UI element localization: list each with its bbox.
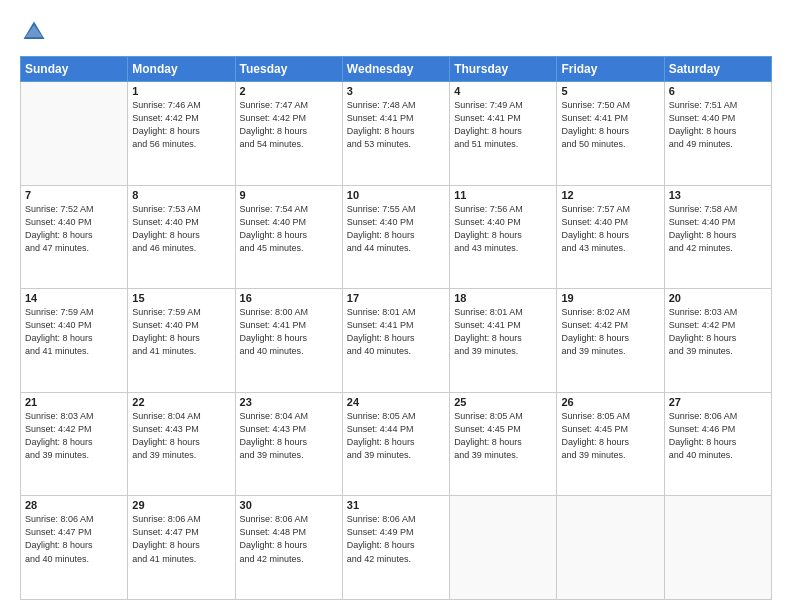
calendar-cell: 26Sunrise: 8:05 AM Sunset: 4:45 PM Dayli… <box>557 392 664 496</box>
day-info: Sunrise: 7:51 AM Sunset: 4:40 PM Dayligh… <box>669 99 767 151</box>
calendar-cell: 13Sunrise: 7:58 AM Sunset: 4:40 PM Dayli… <box>664 185 771 289</box>
calendar-week-1: 7Sunrise: 7:52 AM Sunset: 4:40 PM Daylig… <box>21 185 772 289</box>
calendar-cell: 9Sunrise: 7:54 AM Sunset: 4:40 PM Daylig… <box>235 185 342 289</box>
calendar-cell: 21Sunrise: 8:03 AM Sunset: 4:42 PM Dayli… <box>21 392 128 496</box>
day-number: 20 <box>669 292 767 304</box>
day-info: Sunrise: 8:06 AM Sunset: 4:48 PM Dayligh… <box>240 513 338 565</box>
calendar-cell: 16Sunrise: 8:00 AM Sunset: 4:41 PM Dayli… <box>235 289 342 393</box>
day-number: 14 <box>25 292 123 304</box>
calendar-cell: 30Sunrise: 8:06 AM Sunset: 4:48 PM Dayli… <box>235 496 342 600</box>
day-info: Sunrise: 8:00 AM Sunset: 4:41 PM Dayligh… <box>240 306 338 358</box>
header <box>20 18 772 46</box>
calendar-cell: 18Sunrise: 8:01 AM Sunset: 4:41 PM Dayli… <box>450 289 557 393</box>
col-header-monday: Monday <box>128 57 235 82</box>
day-info: Sunrise: 7:57 AM Sunset: 4:40 PM Dayligh… <box>561 203 659 255</box>
logo-icon <box>20 18 48 46</box>
col-header-thursday: Thursday <box>450 57 557 82</box>
day-info: Sunrise: 7:58 AM Sunset: 4:40 PM Dayligh… <box>669 203 767 255</box>
day-info: Sunrise: 7:59 AM Sunset: 4:40 PM Dayligh… <box>25 306 123 358</box>
day-number: 17 <box>347 292 445 304</box>
day-number: 31 <box>347 499 445 511</box>
day-info: Sunrise: 7:49 AM Sunset: 4:41 PM Dayligh… <box>454 99 552 151</box>
calendar-cell: 4Sunrise: 7:49 AM Sunset: 4:41 PM Daylig… <box>450 82 557 186</box>
calendar-cell: 29Sunrise: 8:06 AM Sunset: 4:47 PM Dayli… <box>128 496 235 600</box>
calendar-cell: 24Sunrise: 8:05 AM Sunset: 4:44 PM Dayli… <box>342 392 449 496</box>
day-info: Sunrise: 7:56 AM Sunset: 4:40 PM Dayligh… <box>454 203 552 255</box>
calendar-cell <box>557 496 664 600</box>
day-number: 25 <box>454 396 552 408</box>
calendar-table: SundayMondayTuesdayWednesdayThursdayFrid… <box>20 56 772 600</box>
calendar-cell: 12Sunrise: 7:57 AM Sunset: 4:40 PM Dayli… <box>557 185 664 289</box>
logo <box>20 18 52 46</box>
day-info: Sunrise: 7:59 AM Sunset: 4:40 PM Dayligh… <box>132 306 230 358</box>
day-number: 24 <box>347 396 445 408</box>
day-info: Sunrise: 7:47 AM Sunset: 4:42 PM Dayligh… <box>240 99 338 151</box>
day-number: 13 <box>669 189 767 201</box>
calendar-cell <box>450 496 557 600</box>
calendar-cell: 27Sunrise: 8:06 AM Sunset: 4:46 PM Dayli… <box>664 392 771 496</box>
calendar-cell: 19Sunrise: 8:02 AM Sunset: 4:42 PM Dayli… <box>557 289 664 393</box>
calendar-week-0: 1Sunrise: 7:46 AM Sunset: 4:42 PM Daylig… <box>21 82 772 186</box>
col-header-saturday: Saturday <box>664 57 771 82</box>
day-number: 3 <box>347 85 445 97</box>
calendar-week-2: 14Sunrise: 7:59 AM Sunset: 4:40 PM Dayli… <box>21 289 772 393</box>
day-info: Sunrise: 7:52 AM Sunset: 4:40 PM Dayligh… <box>25 203 123 255</box>
day-number: 9 <box>240 189 338 201</box>
day-number: 6 <box>669 85 767 97</box>
day-info: Sunrise: 8:02 AM Sunset: 4:42 PM Dayligh… <box>561 306 659 358</box>
col-header-wednesday: Wednesday <box>342 57 449 82</box>
calendar-cell: 14Sunrise: 7:59 AM Sunset: 4:40 PM Dayli… <box>21 289 128 393</box>
day-number: 22 <box>132 396 230 408</box>
day-number: 12 <box>561 189 659 201</box>
day-info: Sunrise: 8:06 AM Sunset: 4:47 PM Dayligh… <box>25 513 123 565</box>
col-header-sunday: Sunday <box>21 57 128 82</box>
day-number: 26 <box>561 396 659 408</box>
calendar-cell: 31Sunrise: 8:06 AM Sunset: 4:49 PM Dayli… <box>342 496 449 600</box>
day-number: 19 <box>561 292 659 304</box>
calendar-week-4: 28Sunrise: 8:06 AM Sunset: 4:47 PM Dayli… <box>21 496 772 600</box>
calendar-cell: 10Sunrise: 7:55 AM Sunset: 4:40 PM Dayli… <box>342 185 449 289</box>
day-number: 1 <box>132 85 230 97</box>
svg-marker-1 <box>25 25 43 37</box>
calendar-cell: 6Sunrise: 7:51 AM Sunset: 4:40 PM Daylig… <box>664 82 771 186</box>
calendar-cell: 2Sunrise: 7:47 AM Sunset: 4:42 PM Daylig… <box>235 82 342 186</box>
calendar-cell: 22Sunrise: 8:04 AM Sunset: 4:43 PM Dayli… <box>128 392 235 496</box>
calendar-cell: 20Sunrise: 8:03 AM Sunset: 4:42 PM Dayli… <box>664 289 771 393</box>
calendar-week-3: 21Sunrise: 8:03 AM Sunset: 4:42 PM Dayli… <box>21 392 772 496</box>
day-number: 27 <box>669 396 767 408</box>
calendar-cell: 17Sunrise: 8:01 AM Sunset: 4:41 PM Dayli… <box>342 289 449 393</box>
day-info: Sunrise: 8:05 AM Sunset: 4:44 PM Dayligh… <box>347 410 445 462</box>
calendar-cell: 5Sunrise: 7:50 AM Sunset: 4:41 PM Daylig… <box>557 82 664 186</box>
day-number: 4 <box>454 85 552 97</box>
day-number: 10 <box>347 189 445 201</box>
page: SundayMondayTuesdayWednesdayThursdayFrid… <box>0 0 792 612</box>
calendar-cell: 1Sunrise: 7:46 AM Sunset: 4:42 PM Daylig… <box>128 82 235 186</box>
day-number: 18 <box>454 292 552 304</box>
calendar-cell: 8Sunrise: 7:53 AM Sunset: 4:40 PM Daylig… <box>128 185 235 289</box>
calendar-cell: 3Sunrise: 7:48 AM Sunset: 4:41 PM Daylig… <box>342 82 449 186</box>
calendar-cell: 15Sunrise: 7:59 AM Sunset: 4:40 PM Dayli… <box>128 289 235 393</box>
day-number: 11 <box>454 189 552 201</box>
day-number: 28 <box>25 499 123 511</box>
day-info: Sunrise: 8:05 AM Sunset: 4:45 PM Dayligh… <box>561 410 659 462</box>
col-header-tuesday: Tuesday <box>235 57 342 82</box>
calendar-cell <box>21 82 128 186</box>
day-number: 23 <box>240 396 338 408</box>
day-info: Sunrise: 7:46 AM Sunset: 4:42 PM Dayligh… <box>132 99 230 151</box>
day-info: Sunrise: 8:04 AM Sunset: 4:43 PM Dayligh… <box>240 410 338 462</box>
day-info: Sunrise: 7:48 AM Sunset: 4:41 PM Dayligh… <box>347 99 445 151</box>
day-number: 21 <box>25 396 123 408</box>
day-info: Sunrise: 7:54 AM Sunset: 4:40 PM Dayligh… <box>240 203 338 255</box>
day-info: Sunrise: 8:06 AM Sunset: 4:46 PM Dayligh… <box>669 410 767 462</box>
calendar-cell: 28Sunrise: 8:06 AM Sunset: 4:47 PM Dayli… <box>21 496 128 600</box>
day-number: 2 <box>240 85 338 97</box>
calendar-cell: 23Sunrise: 8:04 AM Sunset: 4:43 PM Dayli… <box>235 392 342 496</box>
day-info: Sunrise: 8:04 AM Sunset: 4:43 PM Dayligh… <box>132 410 230 462</box>
day-number: 30 <box>240 499 338 511</box>
col-header-friday: Friday <box>557 57 664 82</box>
day-number: 15 <box>132 292 230 304</box>
day-info: Sunrise: 8:05 AM Sunset: 4:45 PM Dayligh… <box>454 410 552 462</box>
day-info: Sunrise: 8:01 AM Sunset: 4:41 PM Dayligh… <box>347 306 445 358</box>
day-info: Sunrise: 7:50 AM Sunset: 4:41 PM Dayligh… <box>561 99 659 151</box>
day-number: 8 <box>132 189 230 201</box>
